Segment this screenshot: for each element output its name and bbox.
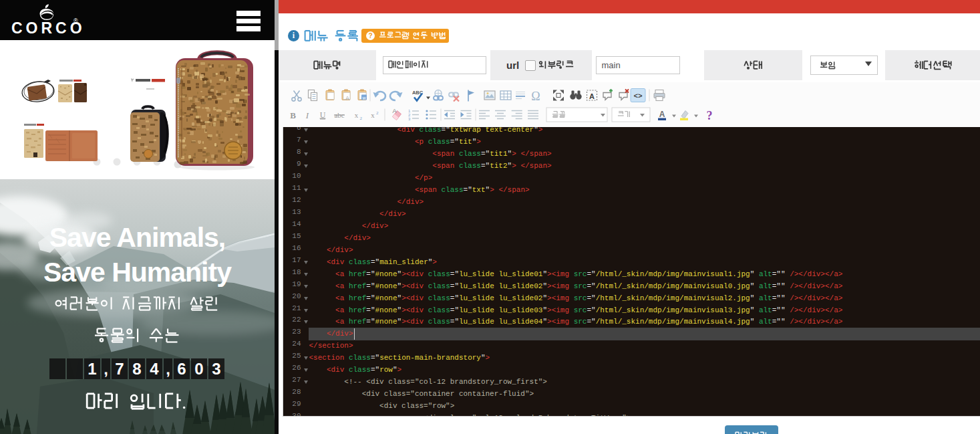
svg-text:<>: <> [633,92,643,100]
svg-text:x: x [371,111,375,119]
svg-text:x: x [355,111,359,119]
svg-text:U: U [320,110,326,120]
svg-text:2: 2 [360,116,363,121]
svg-text:Ω: Ω [531,90,540,103]
svg-text:B: B [290,110,296,120]
svg-text:A: A [659,110,665,119]
svg-text:I: I [305,110,309,120]
svg-text:A: A [345,95,349,102]
svg-text:2: 2 [376,110,379,116]
svg-text:w: w [361,96,366,100]
svg-text:?: ? [707,109,713,122]
svg-text:A: A [589,92,595,100]
svg-text:A: A [393,108,397,114]
